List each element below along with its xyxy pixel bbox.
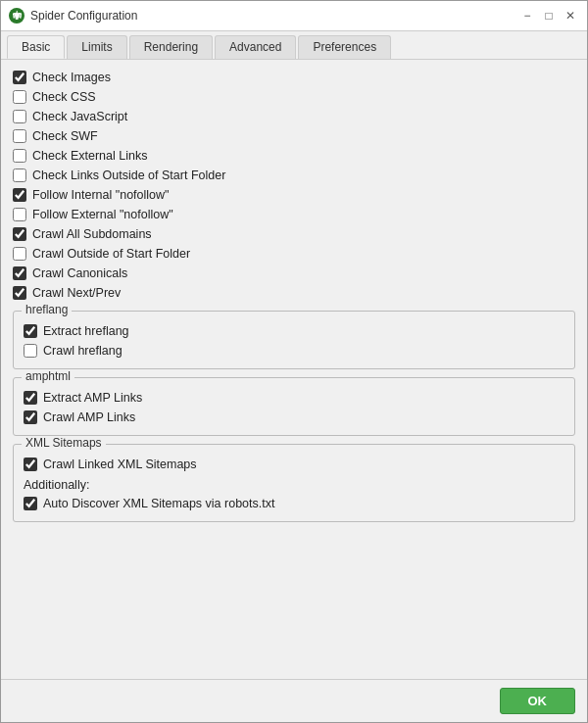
check-images-label[interactable]: Check Images	[32, 71, 111, 84]
extract-amp-links-label[interactable]: Extract AMP Links	[43, 391, 142, 405]
crawl-hreflang-checkbox[interactable]	[24, 344, 37, 358]
row-check-images: Check Images	[13, 68, 575, 87]
row-check-links-outside-start-folder: Check Links Outside of Start Folder	[13, 166, 575, 185]
row-follow-external-nofollow: Follow External "nofollow"	[13, 205, 575, 224]
row-check-external-links: Check External Links	[13, 146, 575, 166]
row-crawl-all-subdomains: Crawl All Subdomains	[13, 224, 575, 244]
auto-discover-xml-sitemaps-label[interactable]: Auto Discover XML Sitemaps via robots.tx…	[43, 497, 274, 510]
check-links-outside-start-folder-label[interactable]: Check Links Outside of Start Folder	[32, 169, 225, 182]
crawl-all-subdomains-checkbox[interactable]	[13, 227, 26, 241]
window-title: Spider Configuration	[30, 9, 513, 23]
crawl-linked-xml-sitemaps-label[interactable]: Crawl Linked XML Sitemaps	[43, 458, 197, 471]
amphtml-content: Extract AMP Links Crawl AMP Links	[24, 388, 564, 427]
row-check-css: Check CSS	[13, 87, 575, 107]
tab-advanced[interactable]: Advanced	[215, 35, 296, 59]
crawl-linked-xml-sitemaps-checkbox[interactable]	[24, 458, 37, 471]
follow-internal-nofollow-checkbox[interactable]	[13, 188, 26, 202]
crawl-outside-start-folder-label[interactable]: Crawl Outside of Start Folder	[32, 247, 190, 261]
tab-limits[interactable]: Limits	[67, 35, 126, 59]
footer: OK	[1, 679, 587, 722]
scroll-area[interactable]: Check Images Check CSS Check JavaScript …	[1, 60, 587, 679]
crawl-next-prev-label[interactable]: Crawl Next/Prev	[32, 286, 121, 300]
title-bar-controls: − □ ✕	[518, 7, 579, 24]
hreflang-content: Extract hreflang Crawl hreflang	[24, 321, 564, 361]
follow-external-nofollow-label[interactable]: Follow External "nofollow"	[32, 208, 173, 221]
group-xml-sitemaps: XML Sitemaps Crawl Linked XML Sitemaps A…	[13, 444, 575, 522]
check-images-checkbox[interactable]	[13, 71, 26, 84]
tab-content: Check Images Check CSS Check JavaScript …	[1, 60, 587, 679]
row-extract-amp-links: Extract AMP Links	[24, 388, 564, 408]
close-button[interactable]: ✕	[562, 7, 579, 24]
amphtml-group-title: amphtml	[22, 369, 74, 383]
check-css-checkbox[interactable]	[13, 90, 26, 104]
row-check-javascript: Check JavaScript	[13, 107, 575, 126]
tab-basic[interactable]: Basic	[7, 35, 65, 59]
check-javascript-checkbox[interactable]	[13, 110, 26, 123]
row-crawl-canonicals: Crawl Canonicals	[13, 264, 575, 283]
crawl-next-prev-checkbox[interactable]	[13, 286, 26, 300]
crawl-amp-links-label[interactable]: Crawl AMP Links	[43, 410, 135, 424]
extract-hreflang-label[interactable]: Extract hreflang	[43, 324, 129, 338]
maximize-button[interactable]: □	[540, 7, 558, 24]
row-crawl-next-prev: Crawl Next/Prev	[13, 283, 575, 303]
row-crawl-hreflang: Crawl hreflang	[24, 341, 564, 361]
follow-external-nofollow-checkbox[interactable]	[13, 208, 26, 221]
tab-bar: Basic Limits Rendering Advanced Preferen…	[1, 31, 587, 60]
check-external-links-label[interactable]: Check External Links	[32, 149, 147, 163]
row-crawl-linked-xml-sitemaps: Crawl Linked XML Sitemaps	[24, 455, 564, 474]
crawl-canonicals-checkbox[interactable]	[13, 266, 26, 280]
check-css-label[interactable]: Check CSS	[32, 90, 96, 104]
row-crawl-outside-start-folder: Crawl Outside of Start Folder	[13, 244, 575, 264]
crawl-canonicals-label[interactable]: Crawl Canonicals	[32, 266, 127, 280]
check-javascript-label[interactable]: Check JavaScript	[32, 110, 127, 123]
row-crawl-amp-links: Crawl AMP Links	[24, 408, 564, 427]
xml-sitemaps-content: Crawl Linked XML Sitemaps Additionally: …	[24, 455, 564, 513]
check-swf-checkbox[interactable]	[13, 129, 26, 143]
app-icon: 🕷	[9, 8, 24, 24]
xml-sitemaps-group-title: XML Sitemaps	[22, 436, 106, 450]
minimize-button[interactable]: −	[518, 7, 536, 24]
additionally-label: Additionally:	[24, 474, 564, 494]
title-bar: 🕷 Spider Configuration − □ ✕	[1, 1, 587, 31]
row-auto-discover-xml-sitemaps: Auto Discover XML Sitemaps via robots.tx…	[24, 494, 564, 513]
ok-button[interactable]: OK	[500, 688, 576, 714]
row-extract-hreflang: Extract hreflang	[24, 321, 564, 341]
row-follow-internal-nofollow: Follow Internal "nofollow"	[13, 185, 575, 205]
check-swf-label[interactable]: Check SWF	[32, 129, 98, 143]
tab-rendering[interactable]: Rendering	[129, 35, 213, 59]
crawl-outside-start-folder-checkbox[interactable]	[13, 247, 26, 261]
main-window: 🕷 Spider Configuration − □ ✕ Basic Limit…	[0, 0, 588, 723]
check-external-links-checkbox[interactable]	[13, 149, 26, 163]
hreflang-group-title: hreflang	[22, 303, 72, 316]
auto-discover-xml-sitemaps-checkbox[interactable]	[24, 497, 37, 510]
follow-internal-nofollow-label[interactable]: Follow Internal "nofollow"	[32, 188, 170, 202]
group-amphtml: amphtml Extract AMP Links Crawl AMP Link…	[13, 377, 575, 436]
crawl-all-subdomains-label[interactable]: Crawl All Subdomains	[32, 227, 152, 241]
crawl-amp-links-checkbox[interactable]	[24, 410, 37, 424]
check-links-outside-start-folder-checkbox[interactable]	[13, 169, 26, 182]
extract-hreflang-checkbox[interactable]	[24, 324, 37, 338]
row-check-swf: Check SWF	[13, 126, 575, 146]
tab-preferences[interactable]: Preferences	[298, 35, 391, 59]
extract-amp-links-checkbox[interactable]	[24, 391, 37, 405]
group-hreflang: hreflang Extract hreflang Crawl hreflang	[13, 311, 575, 369]
crawl-hreflang-label[interactable]: Crawl hreflang	[43, 344, 122, 358]
